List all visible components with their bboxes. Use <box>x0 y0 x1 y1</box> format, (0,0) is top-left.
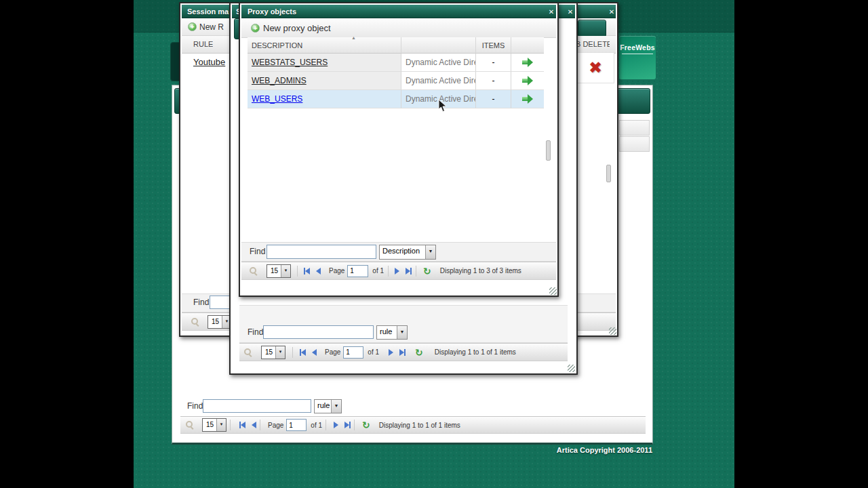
proxy-object-link[interactable]: WEB_USERS <box>252 94 302 104</box>
scrollbar-thumb[interactable] <box>606 165 611 182</box>
chevron-down-icon[interactable]: ▼ <box>331 400 341 413</box>
chevron-down-icon[interactable]: ▼ <box>397 326 407 339</box>
first-page-button[interactable] <box>304 268 310 274</box>
go-arrow-icon[interactable] <box>521 76 534 85</box>
page-number-input[interactable] <box>286 419 307 431</box>
page-table-header-cell <box>619 136 650 152</box>
proxy-find-input[interactable] <box>267 245 376 259</box>
chevron-down-icon[interactable]: ▼ <box>275 346 285 359</box>
screen: FreeWebs Artica Copyright 2006-2011 Find… <box>0 0 868 488</box>
proxy-pagination-bar: 15 ▼ Page of 1 ↻ Displaying 1 to 3 of 3 … <box>241 262 556 280</box>
proxy-object-link[interactable]: WEBSTATS_USERS <box>252 58 328 67</box>
mouse-cursor <box>438 99 448 115</box>
items-column-header[interactable]: ITEMS <box>476 37 511 54</box>
of-label: of 1 <box>372 267 384 274</box>
rule-column-header[interactable]: RULE <box>193 40 213 48</box>
chevron-down-icon[interactable]: ▼ <box>281 265 290 277</box>
page-size-combo[interactable]: 15 ▼ <box>202 418 226 432</box>
middle-filter-value: rule <box>377 326 397 339</box>
refresh-icon[interactable]: ↻ <box>415 348 423 357</box>
action-cell <box>511 72 544 90</box>
proxy-object-link[interactable]: WEB_ADMINS <box>252 76 307 85</box>
of-label: of 1 <box>368 348 379 356</box>
refresh-icon[interactable]: ↻ <box>423 266 431 276</box>
proxy-table-header-row: DESCRIPTION ITEMS <box>248 37 544 54</box>
proxy-table: DESCRIPTION ITEMS WEBSTATS_USERS Dynamic… <box>248 37 544 108</box>
scrollbar-thumb[interactable] <box>546 140 551 161</box>
middle-filter-dropdown[interactable]: rule ▼ <box>376 325 408 340</box>
close-icon[interactable]: ✕ <box>547 8 556 17</box>
prev-page-button[interactable] <box>252 422 256 428</box>
freewebs-logo: FreeWebs <box>619 36 656 79</box>
proxy-object-items: - <box>476 90 511 108</box>
chevron-down-icon[interactable]: ▼ <box>425 245 435 259</box>
session-page-size-combo[interactable]: 15 ▼ <box>208 315 232 329</box>
page-number-input[interactable] <box>343 346 363 359</box>
sort-arrow-icon: ▲ <box>351 35 356 40</box>
middle-find-label: Find <box>248 327 263 337</box>
next-page-button[interactable] <box>395 268 399 274</box>
resize-grip[interactable] <box>568 365 575 372</box>
action-column-header <box>511 37 544 54</box>
table-row-highlighted[interactable]: WEB_USERS Dynamic Active Dire - <box>248 90 544 108</box>
table-row[interactable]: WEBSTATS_USERS Dynamic Active Dire - <box>248 54 544 72</box>
resize-grip[interactable] <box>549 287 557 295</box>
rule-link-youtube[interactable]: Youtube <box>193 57 229 67</box>
resize-grip[interactable] <box>609 327 616 335</box>
page-status-text: Displaying 1 to 1 of 1 items <box>379 422 460 429</box>
prev-page-button[interactable] <box>312 349 317 356</box>
proxy-objects-dialog: Proxy objects ✕ + New proxy object DESCR… <box>239 2 559 297</box>
proxy-status-text: Displaying 1 to 3 of 3 items <box>440 267 521 274</box>
proxy-find-label: Find <box>250 247 265 256</box>
page-filter-dropdown[interactable]: rule ▼ <box>314 399 342 413</box>
search-icon <box>191 317 200 327</box>
page-label: Page <box>329 267 344 274</box>
type-column-header <box>401 37 476 54</box>
last-page-button[interactable] <box>344 422 351 428</box>
go-arrow-icon[interactable] <box>521 94 534 104</box>
session-dialog-title: Session ma <box>187 7 229 16</box>
first-page-button[interactable] <box>239 422 245 428</box>
proxy-filter-dropdown[interactable]: Description ▼ <box>379 245 436 260</box>
chevron-down-icon[interactable]: ▼ <box>216 419 226 431</box>
new-rule-button[interactable]: New R <box>199 22 224 32</box>
proxy-dialog-titlebar[interactable]: Proxy objects ✕ <box>241 5 556 18</box>
table-row[interactable]: WEB_ADMINS Dynamic Active Dire - <box>248 72 544 90</box>
green-button-fragment <box>578 20 606 37</box>
last-page-button[interactable] <box>399 349 406 356</box>
go-arrow-icon[interactable] <box>521 58 534 67</box>
first-page-button[interactable] <box>300 349 306 356</box>
description-column-header[interactable]: DESCRIPTION <box>248 37 401 54</box>
refresh-icon[interactable]: ↻ <box>362 420 370 430</box>
proxy-page-size-combo[interactable]: 15 ▼ <box>267 264 291 278</box>
middle-find-input[interactable] <box>263 325 374 339</box>
new-proxy-object-button[interactable]: New proxy object <box>263 23 331 33</box>
page-label: Page <box>268 422 283 429</box>
page-find-input[interactable] <box>203 399 311 413</box>
page-pagination-bar: 15 ▼ Page of 1 ↻ Displaying 1 to 1 of 1 … <box>180 416 646 434</box>
plus-icon[interactable]: + <box>188 22 197 31</box>
copyright-text: Artica Copyright 2006-2011 <box>475 446 652 454</box>
page-label: Page <box>325 348 340 356</box>
page-table-header-cell <box>619 120 650 136</box>
next-page-button[interactable] <box>389 349 393 356</box>
delete-cell: ✖ <box>576 52 614 83</box>
middle-page-size-combo[interactable]: 15 ▼ <box>261 346 285 359</box>
last-page-button[interactable] <box>406 268 412 274</box>
page-number-input[interactable] <box>347 265 368 277</box>
middle-page-size-value: 15 <box>262 346 275 359</box>
close-icon[interactable]: ✕ <box>607 8 616 17</box>
proxy-page-size-value: 15 <box>267 265 281 277</box>
page-size-value: 15 <box>203 419 216 431</box>
proxy-object-description: Dynamic Active Dire <box>401 72 476 90</box>
page-filter-value: rule <box>315 400 331 413</box>
proxy-dialog-title: Proxy objects <box>248 7 296 16</box>
middle-status-text: Displaying 1 to 1 of 1 items <box>435 348 516 356</box>
prev-page-button[interactable] <box>316 268 321 274</box>
freewebs-logo-text: FreeWebs <box>619 43 656 52</box>
close-icon[interactable]: ✕ <box>566 8 575 17</box>
middle-pagination-bar: 15 ▼ Page of 1 ↻ Displaying 1 to 1 of 1 … <box>239 343 568 361</box>
plus-icon[interactable]: + <box>251 24 260 33</box>
delete-icon[interactable]: ✖ <box>589 58 602 77</box>
next-page-button[interactable] <box>334 422 338 428</box>
